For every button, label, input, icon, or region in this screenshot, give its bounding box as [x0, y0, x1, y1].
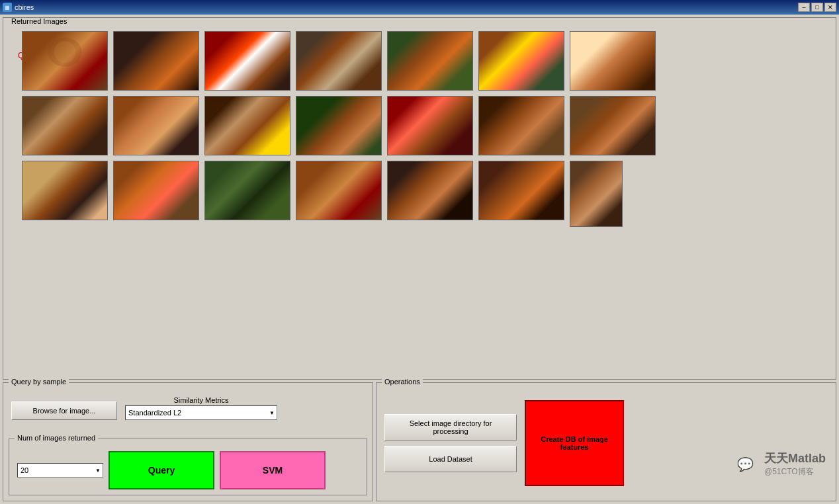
- list-item[interactable]: [22, 161, 108, 227]
- num-images-panel: Num of images returned 20 10 30 50 Query…: [9, 439, 367, 495]
- list-item[interactable]: [113, 161, 199, 227]
- list-item[interactable]: [113, 96, 199, 155]
- list-item[interactable]: [204, 96, 290, 155]
- watermark-icon: 💬: [732, 451, 759, 478]
- list-item[interactable]: [387, 31, 473, 91]
- titlebar-controls: – □ ✕: [798, 3, 836, 12]
- returned-images-label: Returned Images: [9, 17, 69, 25]
- image-thumb-0[interactable]: [22, 31, 108, 91]
- list-item[interactable]: [478, 96, 564, 155]
- similarity-group: Similarity Metrics Standardized L2 L1 L2…: [125, 396, 277, 420]
- create-db-button[interactable]: Create DB of image features: [525, 400, 624, 486]
- image-thumb-16[interactable]: [204, 161, 290, 220]
- svg-point-1: [54, 41, 76, 63]
- titlebar: ▦ cbires – □ ✕: [0, 0, 839, 15]
- query-button[interactable]: Query: [109, 451, 214, 489]
- browse-image-button[interactable]: Browse for image...: [11, 401, 117, 420]
- image-thumb-15[interactable]: [113, 161, 199, 220]
- num-images-select[interactable]: 20 10 30 50: [17, 463, 103, 478]
- image-thumb-7[interactable]: [22, 96, 108, 155]
- list-item[interactable]: [22, 96, 108, 155]
- watermark-sub: @51CTO博客: [764, 466, 826, 478]
- list-item[interactable]: [204, 31, 290, 91]
- similarity-select[interactable]: Standardized L2 L1 L2 Chi-Square Histogr…: [125, 405, 277, 420]
- list-item[interactable]: [478, 31, 564, 91]
- operations-panel: Operations Select image directory for pr…: [376, 382, 836, 501]
- similarity-label: Similarity Metrics: [125, 396, 277, 404]
- image-thumb-9[interactable]: [204, 96, 290, 155]
- list-item[interactable]: [478, 161, 564, 227]
- image-grid: [9, 31, 830, 227]
- query-panel: Query by sample Browse for image... Simi…: [3, 382, 373, 501]
- image-thumb-5[interactable]: [478, 31, 564, 91]
- load-dataset-button[interactable]: Load Dataset: [384, 446, 517, 472]
- list-item[interactable]: [22, 31, 108, 91]
- image-thumb-11[interactable]: [387, 96, 473, 155]
- list-item[interactable]: [204, 161, 290, 227]
- main-content: Returned Images Query Image: [0, 15, 839, 504]
- list-item[interactable]: [570, 96, 656, 155]
- operations-label: Operations: [382, 378, 423, 386]
- list-item[interactable]: [387, 161, 473, 227]
- query-panel-label: Query by sample: [9, 378, 69, 386]
- bottom-section: Query by sample Browse for image... Simi…: [3, 382, 836, 501]
- list-item[interactable]: [570, 31, 656, 91]
- ops-left: Select image directory for processing Lo…: [384, 394, 517, 493]
- image-thumb-6[interactable]: [570, 31, 656, 91]
- image-thumb-13[interactable]: [570, 96, 656, 155]
- titlebar-title: cbires: [15, 3, 34, 11]
- titlebar-left: ▦ cbires: [3, 3, 34, 12]
- query-top-row: Browse for image... Similarity Metrics S…: [11, 396, 365, 420]
- image-thumb-1[interactable]: [113, 31, 199, 91]
- num-images-label: Num of images returned: [15, 434, 98, 442]
- list-item[interactable]: [570, 161, 623, 227]
- image-row-3: [9, 161, 830, 227]
- image-thumb-14[interactable]: [22, 161, 108, 220]
- num-images-row: 20 10 30 50 Query SVM: [17, 451, 359, 489]
- image-thumb-19[interactable]: [478, 161, 564, 220]
- image-thumb-17[interactable]: [296, 161, 382, 220]
- image-thumb-3[interactable]: [296, 31, 382, 91]
- image-thumb-8[interactable]: [113, 96, 199, 155]
- list-item[interactable]: [387, 96, 473, 155]
- watermark-info: 天天Matlab @51CTO博客: [764, 450, 826, 478]
- app-icon: ▦: [3, 3, 12, 12]
- image-row-2: [9, 96, 830, 155]
- image-thumb-10[interactable]: [296, 96, 382, 155]
- image-row-1: [9, 31, 830, 91]
- image-thumb-4[interactable]: [387, 31, 473, 91]
- image-thumb-2[interactable]: [204, 31, 290, 91]
- minimize-button[interactable]: –: [798, 3, 810, 12]
- image-thumb-12[interactable]: [478, 96, 564, 155]
- image-thumb-20[interactable]: [570, 161, 623, 227]
- svm-button[interactable]: SVM: [220, 451, 326, 489]
- num-images-select-wrapper: 20 10 30 50: [17, 463, 103, 478]
- maximize-button[interactable]: □: [811, 3, 823, 12]
- returned-images-panel: Returned Images Query Image: [3, 17, 836, 380]
- select-dir-button[interactable]: Select image directory for processing: [384, 414, 517, 441]
- similarity-select-wrapper: Standardized L2 L1 L2 Chi-Square Histogr…: [125, 405, 277, 420]
- image-thumb-18[interactable]: [387, 161, 473, 220]
- list-item[interactable]: [296, 31, 382, 91]
- list-item[interactable]: [113, 31, 199, 91]
- close-button[interactable]: ✕: [824, 3, 836, 12]
- watermark: 💬 天天Matlab @51CTO博客: [732, 450, 826, 478]
- watermark-text: 天天Matlab: [764, 450, 826, 466]
- list-item[interactable]: [296, 96, 382, 155]
- list-item[interactable]: [296, 161, 382, 227]
